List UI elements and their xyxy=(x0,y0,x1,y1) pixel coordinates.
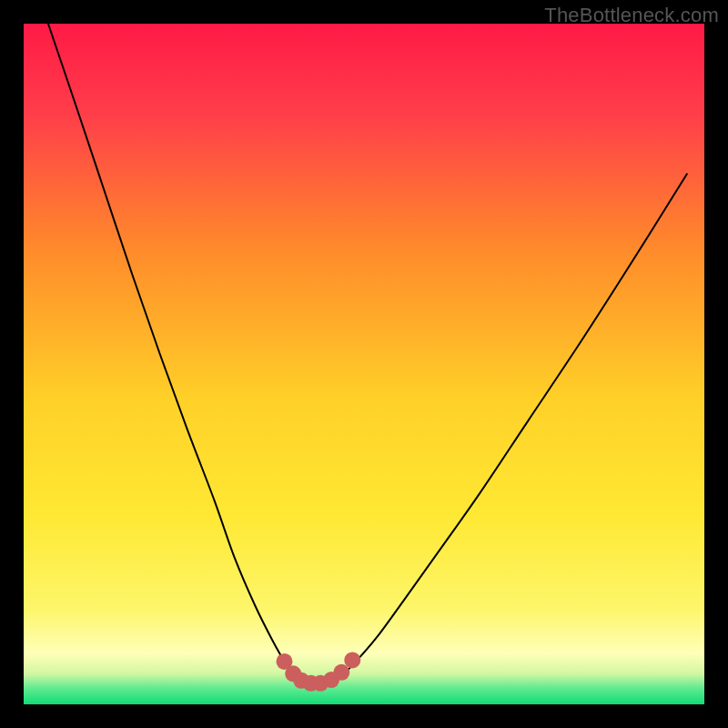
marker-dot xyxy=(333,664,349,681)
bottleneck-chart xyxy=(24,24,704,704)
gradient-background xyxy=(24,24,704,704)
marker-dot xyxy=(344,652,360,668)
chart-frame xyxy=(24,24,704,704)
watermark-text: TheBottleneck.com xyxy=(544,4,719,27)
